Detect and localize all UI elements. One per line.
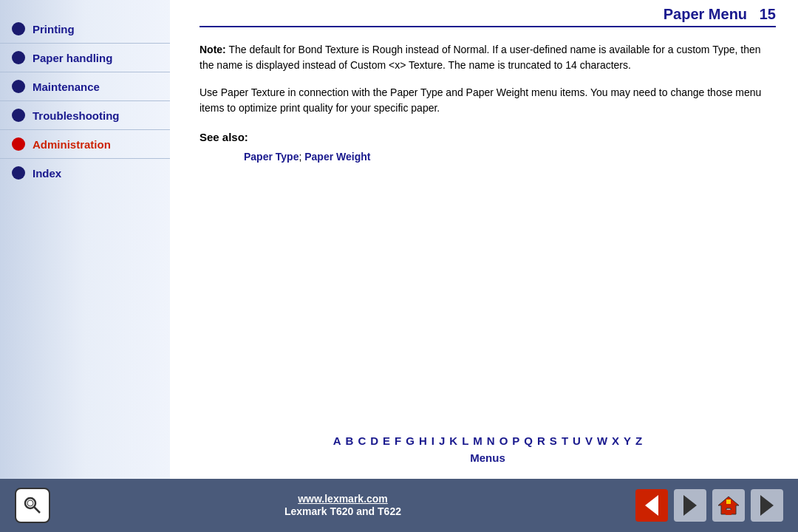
svg-rect-5: [726, 499, 731, 504]
see-also-label: See also:: [200, 131, 776, 143]
alphabet-link-t[interactable]: T: [562, 434, 568, 447]
home-icon: [717, 494, 740, 517]
forward-button[interactable]: [674, 489, 706, 522]
sidebar-item-administration[interactable]: Administration: [0, 130, 170, 159]
sidebar-item-printing[interactable]: Printing: [0, 15, 170, 44]
alphabet-link-y[interactable]: Y: [624, 434, 631, 447]
sidebar-item-index[interactable]: Index: [0, 159, 170, 187]
footer-center: www.lexmark.com Lexmark T620 and T622: [50, 493, 635, 518]
page-number: 15: [760, 6, 776, 22]
sidebar-item-troubleshooting[interactable]: Troubleshooting: [0, 101, 170, 130]
alphabet-row: ABCDEFGHIJKLMNOPQRSTUVWXYZ: [200, 434, 776, 447]
sidebar-label-troubleshooting: Troubleshooting: [33, 109, 120, 122]
alphabet-link-x[interactable]: X: [612, 434, 619, 447]
sidebar-label-index: Index: [33, 167, 61, 180]
next-arrow-icon: [760, 495, 774, 516]
alphabet-link-j[interactable]: J: [439, 434, 445, 447]
alphabet-link-z[interactable]: Z: [635, 434, 642, 447]
alphabet-link-i[interactable]: I: [432, 434, 434, 447]
footer-search: [15, 488, 50, 523]
sidebar-dot-printing: [12, 22, 25, 35]
alphabet-link-d[interactable]: D: [370, 434, 378, 447]
page-title: Paper Menu 15: [664, 6, 776, 23]
alphabet-link-w[interactable]: W: [597, 434, 607, 447]
note-label: Note:: [200, 44, 226, 55]
sidebar-dot-maintenance: [12, 80, 25, 93]
home-button[interactable]: [712, 489, 745, 522]
sidebar: Printing Paper handling Maintenance Trou…: [0, 0, 170, 479]
alphabet-link-n[interactable]: N: [487, 434, 495, 447]
see-also-link-paper-type[interactable]: Paper Type: [244, 151, 299, 163]
sidebar-dot-index: [12, 166, 25, 180]
paragraph-texture: Use Paper Texture in connection with the…: [200, 85, 776, 116]
alphabet-link-p[interactable]: P: [512, 434, 519, 447]
alphabet-link-s[interactable]: S: [550, 434, 557, 447]
back-arrow-icon: [645, 495, 658, 516]
forward-arrow-icon: [683, 495, 697, 516]
sidebar-dot-troubleshooting: [12, 109, 25, 122]
alphabet-link-a[interactable]: A: [333, 434, 341, 447]
back-button[interactable]: [635, 489, 668, 522]
footer-nav-buttons: [635, 489, 783, 522]
content-area: Paper Menu 15 Note: The default for Bond…: [170, 0, 798, 479]
alphabet-link-m[interactable]: M: [473, 434, 482, 447]
alphabet-link-f[interactable]: F: [395, 434, 401, 447]
search-button[interactable]: [15, 488, 50, 523]
alphabet-link-b[interactable]: B: [346, 434, 354, 447]
sidebar-item-maintenance[interactable]: Maintenance: [0, 72, 170, 101]
see-also-links: Paper Type; Paper Weight: [244, 151, 776, 163]
footer: www.lexmark.com Lexmark T620 and T622: [0, 479, 798, 532]
note-text: The default for Bond Texture is Rough in…: [200, 44, 761, 71]
alphabet-link-g[interactable]: G: [406, 434, 415, 447]
alphabet-link-c[interactable]: C: [358, 434, 366, 447]
note-block: Note: The default for Bond Texture is Ro…: [200, 42, 776, 73]
sidebar-label-administration: Administration: [33, 138, 111, 151]
svg-point-2: [27, 500, 33, 506]
website-link[interactable]: www.lexmark.com: [50, 493, 635, 505]
bottom-nav: ABCDEFGHIJKLMNOPQRSTUVWXYZ Menus: [200, 427, 776, 464]
alphabet-link-r[interactable]: R: [537, 434, 545, 447]
sidebar-label-maintenance: Maintenance: [33, 81, 100, 93]
menus-link[interactable]: Menus: [200, 451, 776, 464]
alphabet-link-q[interactable]: Q: [524, 434, 533, 447]
alphabet-link-h[interactable]: H: [419, 434, 427, 447]
content-body: Note: The default for Bond Texture is Ro…: [200, 42, 776, 427]
svg-rect-4: [726, 510, 732, 515]
svg-line-1: [35, 508, 41, 514]
sidebar-item-paper-handling[interactable]: Paper handling: [0, 44, 170, 72]
svg-point-0: [25, 498, 35, 508]
alphabet-link-u[interactable]: U: [573, 434, 581, 447]
device-name: Lexmark T620 and T622: [284, 505, 401, 517]
sidebar-label-paper-handling: Paper handling: [33, 52, 112, 64]
alphabet-link-o[interactable]: O: [499, 434, 508, 447]
alphabet-link-v[interactable]: V: [585, 434, 593, 447]
alphabet-link-e[interactable]: E: [383, 434, 390, 447]
alphabet-link-l[interactable]: L: [462, 434, 468, 447]
sidebar-dot-administration: [12, 137, 25, 151]
see-also-link-paper-weight[interactable]: Paper Weight: [304, 151, 370, 163]
search-icon: [22, 495, 43, 516]
page-title-text: Paper Menu: [664, 6, 747, 22]
page-header: Paper Menu 15: [200, 0, 776, 27]
sidebar-dot-paper-handling: [12, 51, 25, 64]
next-button[interactable]: [751, 489, 783, 522]
sidebar-label-printing: Printing: [33, 23, 75, 35]
alphabet-link-k[interactable]: K: [449, 434, 457, 447]
